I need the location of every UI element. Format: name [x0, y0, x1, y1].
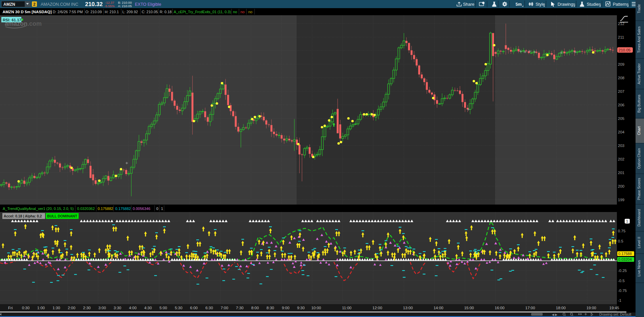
svg-text:Live News: Live News	[637, 260, 641, 276]
svg-text:Level II: Level II	[637, 237, 641, 248]
svg-text:Trade: Trade	[637, 4, 641, 13]
svg-text:-0.5: -0.5	[618, 279, 625, 283]
svg-text:Times And Sales: Times And Sales	[637, 26, 641, 53]
svg-text:2: 2	[33, 2, 36, 7]
svg-text:6:30: 6:30	[205, 306, 213, 310]
svg-text:0.0320362: 0.0320362	[77, 207, 95, 211]
svg-text:1:00: 1:00	[37, 306, 45, 310]
svg-text:5:00: 5:00	[160, 306, 167, 310]
svg-text:210.05: 210.05	[619, 48, 630, 52]
svg-text:9:30: 9:30	[297, 306, 305, 310]
svg-text:203: 203	[618, 144, 624, 148]
svg-text:12:00: 12:00	[373, 306, 382, 310]
svg-text:1:30: 1:30	[53, 306, 60, 310]
svg-text:Style: Style	[536, 2, 545, 7]
svg-text:L: 209.92: L: 209.92	[122, 10, 138, 14]
svg-text:◀ ▶: ◀ ▶	[552, 313, 557, 316]
svg-text:208: 208	[618, 76, 624, 80]
svg-text:5:30: 5:30	[175, 306, 182, 310]
svg-text:207: 207	[618, 89, 624, 93]
svg-text:13:00: 13:00	[403, 306, 413, 310]
svg-text:AMZN 30 D 5m [NASDAQ]: AMZN 30 D 5m [NASDAQ]	[3, 9, 52, 14]
svg-text:R: 0.18: R: 0.18	[160, 10, 172, 14]
svg-text:3:30: 3:30	[114, 306, 121, 310]
svg-text:1: 1	[626, 219, 628, 223]
svg-text:Phase Scores: Phase Scores	[637, 178, 641, 200]
svg-text:Active Trader: Active Trader	[637, 63, 641, 84]
svg-text:BULL DOMINANT: BULL DOMINANT	[47, 214, 77, 218]
svg-text:AMZN: AMZN	[3, 2, 15, 7]
svg-text:Option Chain: Option Chain	[637, 148, 641, 169]
svg-text:7:00: 7:00	[221, 306, 228, 310]
svg-text:EXTO Eligible: EXTO Eligible	[135, 2, 161, 7]
svg-text:Dashboard: Dashboard	[637, 209, 641, 227]
svg-text:no: no	[248, 10, 253, 14]
svg-text:4:00: 4:00	[129, 306, 136, 310]
svg-text:8:00: 8:00	[251, 306, 259, 310]
svg-text:0.0056346: 0.0056346	[133, 207, 150, 211]
svg-text:AMAZON.COM INC: AMAZON.COM INC	[41, 2, 78, 7]
svg-text:2:00: 2:00	[68, 306, 75, 310]
svg-text:199: 199	[618, 198, 624, 202]
svg-text:-5.55%: -5.55%	[104, 4, 115, 8]
svg-text:Accel: 0.18 | Alpha: 0.2: Accel: 0.18 | Alpha: 0.2	[4, 214, 42, 218]
svg-text:0.03204: 0.03204	[618, 257, 632, 261]
svg-text:206: 206	[618, 103, 624, 107]
svg-text:0: 0	[156, 207, 158, 211]
svg-text:3:00: 3:00	[98, 306, 106, 310]
svg-text:205: 205	[618, 117, 624, 121]
svg-text:A_TrendQualityAnal_ver1 (20, 0: A_TrendQualityAnal_ver1 (20, 0.15, 2.0, …	[3, 207, 74, 211]
svg-text:0.5: 0.5	[618, 239, 623, 243]
svg-text:0.175882: 0.175882	[98, 207, 113, 211]
svg-text:Big Buttons: Big Buttons	[637, 94, 641, 113]
svg-text:O: 210.09: O: 210.09	[85, 10, 102, 14]
svg-text:14:00: 14:00	[434, 306, 443, 310]
svg-text:A_cEPt_Try_FrcdExits_01 (11, 0: A_cEPt_Try_FrcdExits_01 (11, 0.3)	[174, 10, 231, 14]
svg-text:11:00: 11:00	[342, 306, 351, 310]
svg-text:0.75: 0.75	[618, 229, 625, 233]
svg-text:4:30: 4:30	[144, 306, 152, 310]
svg-text:-1: -1	[618, 298, 621, 302]
svg-text:RSI: 61.17: RSI: 61.17	[3, 18, 21, 22]
svg-text:202: 202	[618, 157, 624, 161]
svg-text:-0.25: -0.25	[618, 269, 627, 273]
svg-text:209: 209	[618, 62, 624, 66]
svg-text:Studies: Studies	[587, 2, 601, 7]
svg-text:8:30: 8:30	[266, 306, 274, 310]
svg-text:2:30: 2:30	[83, 306, 90, 310]
svg-text:6:00: 6:00	[190, 306, 198, 310]
svg-text:204: 204	[618, 130, 625, 134]
svg-text:17:00: 17:00	[525, 306, 535, 310]
svg-text:0.17588: 0.17588	[618, 252, 632, 256]
svg-text:H: 210.1: H: 210.1	[105, 10, 119, 14]
svg-text:7:30: 7:30	[236, 306, 243, 310]
svg-text:Patterns: Patterns	[613, 2, 629, 7]
svg-text:5m: 5m	[516, 2, 522, 7]
svg-text:C: 210.05: C: 210.05	[142, 10, 158, 14]
svg-text:201: 201	[618, 171, 624, 175]
svg-text:Chart: Chart	[637, 126, 641, 135]
svg-text:16:00: 16:00	[495, 306, 505, 310]
svg-text:18:00: 18:00	[556, 306, 566, 310]
svg-text:Drawings: Drawings	[558, 2, 575, 7]
svg-text:15:00: 15:00	[464, 306, 474, 310]
svg-text:A: 210.05: A: 210.05	[118, 4, 132, 8]
svg-text:no: no	[241, 10, 245, 14]
svg-text:200: 200	[618, 184, 624, 188]
svg-text:0:30: 0:30	[22, 306, 29, 310]
svg-text:211: 211	[618, 35, 624, 39]
svg-text:19:00: 19:00	[586, 306, 596, 310]
svg-text:-0.75: -0.75	[618, 289, 627, 293]
svg-text:Fri: Fri	[8, 306, 13, 310]
svg-text:Share: Share	[463, 2, 474, 7]
svg-text:1: 1	[161, 207, 163, 211]
svg-text:10:00: 10:00	[311, 306, 321, 310]
svg-text:19:45: 19:45	[609, 306, 619, 310]
svg-text:D: 2/6/26 7:55 PM: D: 2/6/26 7:55 PM	[53, 10, 83, 14]
svg-text:Drawing set: Default: Drawing set: Default	[599, 312, 631, 316]
svg-text:210.32: 210.32	[85, 1, 103, 7]
svg-text:0.175882: 0.175882	[115, 207, 131, 211]
svg-text:no: no	[233, 10, 237, 14]
svg-text:9:00: 9:00	[282, 306, 289, 310]
